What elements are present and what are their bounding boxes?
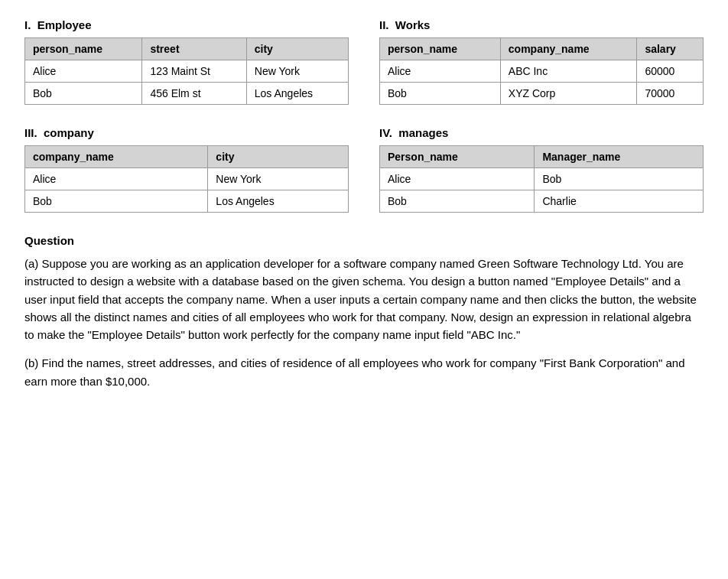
- employee-section: I. Employee person_name street city Alic…: [24, 18, 349, 105]
- cell: Bob: [25, 83, 142, 105]
- employee-table: person_name street city Alice 123 Maint …: [24, 37, 349, 105]
- table-row: Bob Los Angeles: [25, 190, 349, 213]
- cell: ABC Inc: [500, 60, 637, 83]
- cell: Bob: [380, 190, 535, 213]
- table-row: Bob 456 Elm st Los Angeles: [25, 83, 349, 105]
- table-row: Alice ABC Inc 60000: [380, 60, 704, 83]
- manages-label: manages: [398, 126, 448, 139]
- cell: 123 Maint St: [142, 60, 246, 83]
- cell: Alice: [25, 60, 142, 83]
- employee-col-person-name: person_name: [25, 38, 142, 60]
- works-roman: II.: [379, 18, 389, 31]
- cell: Alice: [25, 168, 208, 190]
- question-section: Question (a) Suppose you are working as …: [24, 234, 704, 390]
- manages-table: Person_name Manager_name Alice Bob Bob C…: [379, 145, 704, 213]
- works-col-person-name: person_name: [380, 38, 501, 60]
- works-table: person_name company_name salary Alice AB…: [379, 37, 704, 105]
- table-row: Bob XYZ Corp 70000: [380, 83, 704, 105]
- cell: 60000: [637, 60, 704, 83]
- employee-col-city: city: [246, 38, 348, 60]
- cell: Los Angeles: [208, 190, 349, 213]
- works-col-company-name: company_name: [500, 38, 637, 60]
- cell: Los Angeles: [246, 83, 348, 105]
- works-label: Works: [395, 18, 431, 31]
- employee-col-street: street: [142, 38, 246, 60]
- question-part-b: (b) Find the names, street addresses, an…: [24, 354, 704, 390]
- table-row: Alice New York: [25, 168, 349, 190]
- cell: XYZ Corp: [500, 83, 637, 105]
- cell: 456 Elm st: [142, 83, 246, 105]
- cell: Bob: [535, 168, 704, 190]
- cell: Bob: [25, 190, 208, 213]
- company-roman: III.: [24, 126, 37, 139]
- works-col-salary: salary: [637, 38, 704, 60]
- employee-label: Employee: [37, 18, 92, 31]
- cell: Alice: [380, 60, 501, 83]
- cell: New York: [208, 168, 349, 190]
- question-part-a: (a) Suppose you are working as an applic…: [24, 255, 704, 343]
- manages-roman: IV.: [379, 126, 392, 139]
- manages-section: IV. manages Person_name Manager_name Ali…: [379, 126, 704, 213]
- works-title: II. Works: [379, 18, 704, 31]
- cell: 70000: [637, 83, 704, 105]
- cell: New York: [246, 60, 348, 83]
- table-row: Alice 123 Maint St New York: [25, 60, 349, 83]
- employee-roman: I.: [24, 18, 31, 31]
- company-table: company_name city Alice New York Bob Los…: [24, 145, 349, 213]
- company-title: III. company: [24, 126, 349, 139]
- company-section: III. company company_name city Alice New…: [24, 126, 349, 213]
- cell: Bob: [380, 83, 501, 105]
- company-label: company: [44, 126, 94, 139]
- cell: Alice: [380, 168, 535, 190]
- table-row: Alice Bob: [380, 168, 704, 190]
- table-row: Bob Charlie: [380, 190, 704, 213]
- works-section: II. Works person_name company_name salar…: [379, 18, 704, 105]
- manages-col-manager-name: Manager_name: [535, 146, 704, 168]
- cell: Charlie: [535, 190, 704, 213]
- manages-col-person-name: Person_name: [380, 146, 535, 168]
- company-col-city: city: [208, 146, 349, 168]
- company-col-name: company_name: [25, 146, 208, 168]
- employee-title: I. Employee: [24, 18, 349, 31]
- manages-title: IV. manages: [379, 126, 704, 139]
- question-title: Question: [24, 234, 704, 247]
